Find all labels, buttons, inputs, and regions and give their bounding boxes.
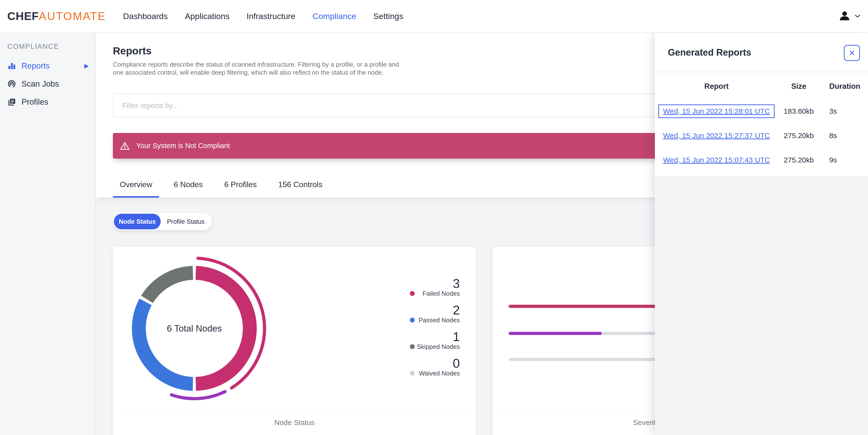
table-row: Wed, 15 Jun 2022 15:28:01 UTC 183.60kb 3… (655, 99, 868, 123)
donut-center-label: 6 Total Nodes (128, 323, 260, 334)
logo-automate: AUTOMATE (39, 10, 106, 23)
tab-overview[interactable]: Overview (113, 173, 159, 198)
warning-triangle-icon (120, 141, 130, 150)
report-link[interactable]: Wed, 15 Jun 2022 15:28:01 UTC (663, 107, 770, 115)
waived-dot-icon (410, 371, 415, 376)
report-size: 275.20kb (778, 132, 819, 140)
sidebar-item-profiles[interactable]: Profiles (0, 93, 95, 111)
report-link[interactable]: Wed, 15 Jun 2022 15:27:37 UTC (663, 132, 770, 140)
table-row: Wed, 15 Jun 2022 15:27:37 UTC 275.20kb 8… (655, 123, 868, 148)
primary-nav: Dashboards Applications Infrastructure C… (123, 11, 403, 21)
passed-dot-icon (410, 318, 415, 322)
top-navigation: CHEFAUTOMATE Dashboards Applications Inf… (0, 0, 868, 33)
banner-message: Your System is Not Compliant (136, 142, 230, 150)
nav-infrastructure[interactable]: Infrastructure (247, 11, 295, 21)
legend-passed[interactable]: 2 Passed Nodes (358, 303, 460, 324)
sidebar-item-scan-jobs[interactable]: Scan Jobs (0, 75, 95, 93)
sidebar-item-label: Reports (22, 61, 50, 70)
sidebar-section-label: COMPLIANCE (7, 42, 95, 51)
profile-status-pill[interactable]: Profile Status (161, 214, 211, 229)
profiles-stack-icon (7, 97, 17, 106)
column-duration: Duration (819, 82, 868, 91)
column-report: Report (655, 82, 778, 91)
report-duration: 8s (819, 132, 868, 140)
sidebar-item-reports[interactable]: Reports ▶ (0, 57, 95, 75)
user-avatar-icon[interactable] (839, 10, 850, 22)
sidebar-item-label: Profiles (22, 97, 48, 107)
logo-chef: CHEF (7, 10, 39, 23)
panel-body (655, 176, 868, 435)
nav-dashboards[interactable]: Dashboards (123, 11, 168, 21)
report-duration: 3s (819, 107, 868, 115)
report-link[interactable]: Wed, 15 Jun 2022 15:07:43 UTC (663, 156, 770, 164)
chef-automate-logo[interactable]: CHEFAUTOMATE (7, 9, 106, 23)
column-size: Size (778, 82, 819, 91)
close-icon[interactable]: × (844, 45, 860, 61)
compliance-sidebar: COMPLIANCE Reports ▶ Scan Jobs (0, 33, 96, 435)
card-divider (121, 409, 467, 409)
nav-compliance[interactable]: Compliance (313, 11, 356, 21)
panel-header: Generated Reports × (655, 33, 868, 72)
legend-failed[interactable]: 3 Failed Nodes (358, 276, 460, 297)
table-header-row: Report Size Duration (655, 77, 868, 96)
legend-waived[interactable]: 0 Waived Nodes (358, 356, 460, 377)
skipped-dot-icon (410, 344, 415, 349)
legend-skipped[interactable]: 1 Skipped Nodes (358, 329, 460, 350)
nav-applications[interactable]: Applications (185, 11, 229, 21)
tab-nodes[interactable]: 6 Nodes (167, 173, 210, 198)
status-toggle: Node Status Profile Status (113, 213, 212, 230)
bar-chart-icon (7, 61, 17, 70)
generated-reports-table: Report Size Duration Wed, 15 Jun 2022 15… (655, 77, 868, 172)
report-size: 183.60kb (778, 107, 819, 115)
tab-controls[interactable]: 156 Controls (271, 173, 329, 198)
generated-reports-panel: Generated Reports × Report Size Duration… (655, 33, 868, 435)
chevron-down-icon[interactable] (854, 14, 861, 19)
panel-title: Generated Reports (668, 47, 751, 58)
node-status-card: 6 Total Nodes 3 Failed Nodes 2 Passed No… (113, 247, 476, 435)
nav-settings[interactable]: Settings (373, 11, 403, 21)
node-status-pill[interactable]: Node Status (114, 214, 161, 229)
table-row: Wed, 15 Jun 2022 15:07:43 UTC 275.20kb 9… (655, 148, 868, 172)
scan-target-icon (7, 80, 17, 88)
failed-dot-icon (410, 291, 415, 296)
report-duration: 9s (819, 156, 868, 164)
sidebar-item-label: Scan Jobs (22, 79, 59, 89)
report-size: 275.20kb (778, 156, 819, 164)
submenu-arrow-icon[interactable]: ▶ (84, 62, 89, 69)
tab-profiles[interactable]: 6 Profiles (217, 173, 264, 198)
node-status-card-label: Node Status (113, 418, 476, 428)
